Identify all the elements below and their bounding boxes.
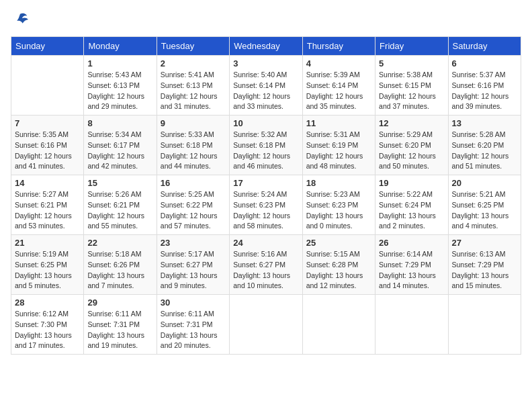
day-number: 8 bbox=[87, 118, 152, 128]
calendar-cell: 20Sunrise: 5:21 AM Sunset: 6:25 PM Dayli… bbox=[448, 175, 521, 235]
calendar-cell: 23Sunrise: 5:17 AM Sunset: 6:27 PM Dayli… bbox=[157, 235, 229, 295]
day-info: Sunrise: 5:39 AM Sunset: 6:14 PM Dayligh… bbox=[306, 70, 371, 112]
day-info: Sunrise: 6:12 AM Sunset: 7:30 PM Dayligh… bbox=[15, 309, 80, 351]
weekday-header-thursday: Thursday bbox=[302, 37, 375, 56]
calendar-cell: 6Sunrise: 5:37 AM Sunset: 6:16 PM Daylig… bbox=[448, 56, 521, 116]
calendar-cell: 7Sunrise: 5:35 AM Sunset: 6:16 PM Daylig… bbox=[11, 116, 84, 175]
day-info: Sunrise: 5:32 AM Sunset: 6:18 PM Dayligh… bbox=[233, 130, 298, 172]
day-info: Sunrise: 6:11 AM Sunset: 7:31 PM Dayligh… bbox=[161, 309, 226, 351]
day-number: 24 bbox=[233, 238, 298, 248]
calendar-cell: 10Sunrise: 5:32 AM Sunset: 6:18 PM Dayli… bbox=[230, 116, 302, 175]
day-number: 22 bbox=[87, 238, 152, 248]
day-info: Sunrise: 5:43 AM Sunset: 6:13 PM Dayligh… bbox=[87, 70, 152, 112]
calendar-cell: 21Sunrise: 5:19 AM Sunset: 6:25 PM Dayli… bbox=[11, 235, 84, 295]
calendar-cell bbox=[375, 295, 448, 355]
calendar-table: SundayMondayTuesdayWednesdayThursdayFrid… bbox=[11, 36, 521, 355]
calendar-cell: 22Sunrise: 5:18 AM Sunset: 6:26 PM Dayli… bbox=[84, 235, 157, 295]
calendar-week-5: 28Sunrise: 6:12 AM Sunset: 7:30 PM Dayli… bbox=[11, 295, 521, 355]
day-number: 4 bbox=[306, 58, 371, 68]
calendar-week-3: 14Sunrise: 5:27 AM Sunset: 6:21 PM Dayli… bbox=[11, 175, 521, 235]
weekday-header-wednesday: Wednesday bbox=[230, 37, 302, 56]
day-info: Sunrise: 5:28 AM Sunset: 6:20 PM Dayligh… bbox=[452, 130, 517, 172]
day-number: 15 bbox=[87, 178, 152, 188]
day-number: 6 bbox=[452, 58, 517, 68]
calendar-cell: 25Sunrise: 5:15 AM Sunset: 6:28 PM Dayli… bbox=[302, 235, 375, 295]
day-info: Sunrise: 5:38 AM Sunset: 6:15 PM Dayligh… bbox=[379, 70, 444, 112]
page-header bbox=[11, 11, 521, 30]
calendar-header-row: SundayMondayTuesdayWednesdayThursdayFrid… bbox=[11, 37, 521, 56]
calendar-cell: 13Sunrise: 5:28 AM Sunset: 6:20 PM Dayli… bbox=[448, 116, 521, 175]
day-info: Sunrise: 5:40 AM Sunset: 6:14 PM Dayligh… bbox=[233, 70, 298, 112]
day-info: Sunrise: 5:41 AM Sunset: 6:13 PM Dayligh… bbox=[161, 70, 226, 112]
day-info: Sunrise: 6:11 AM Sunset: 7:31 PM Dayligh… bbox=[87, 309, 152, 351]
day-info: Sunrise: 6:14 AM Sunset: 7:29 PM Dayligh… bbox=[379, 249, 444, 291]
day-number: 5 bbox=[379, 58, 444, 68]
calendar-body: 1Sunrise: 5:43 AM Sunset: 6:13 PM Daylig… bbox=[11, 56, 521, 355]
day-number: 26 bbox=[379, 238, 444, 248]
day-number: 19 bbox=[379, 178, 444, 188]
day-number: 11 bbox=[306, 118, 371, 128]
calendar-cell: 15Sunrise: 5:26 AM Sunset: 6:21 PM Dayli… bbox=[84, 175, 157, 235]
weekday-header-sunday: Sunday bbox=[11, 37, 84, 56]
day-number: 28 bbox=[15, 298, 80, 308]
calendar-cell: 1Sunrise: 5:43 AM Sunset: 6:13 PM Daylig… bbox=[84, 56, 157, 116]
day-number: 20 bbox=[452, 178, 517, 188]
calendar-cell: 29Sunrise: 6:11 AM Sunset: 7:31 PM Dayli… bbox=[84, 295, 157, 355]
day-number: 21 bbox=[15, 238, 80, 248]
calendar-cell: 14Sunrise: 5:27 AM Sunset: 6:21 PM Dayli… bbox=[11, 175, 84, 235]
day-number: 29 bbox=[87, 298, 152, 308]
day-number: 23 bbox=[161, 238, 226, 248]
calendar-cell: 2Sunrise: 5:41 AM Sunset: 6:13 PM Daylig… bbox=[157, 56, 229, 116]
calendar-cell: 11Sunrise: 5:31 AM Sunset: 6:19 PM Dayli… bbox=[302, 116, 375, 175]
day-info: Sunrise: 5:15 AM Sunset: 6:28 PM Dayligh… bbox=[306, 249, 371, 291]
calendar-week-4: 21Sunrise: 5:19 AM Sunset: 6:25 PM Dayli… bbox=[11, 235, 521, 295]
calendar-cell: 24Sunrise: 5:16 AM Sunset: 6:27 PM Dayli… bbox=[230, 235, 302, 295]
day-info: Sunrise: 5:34 AM Sunset: 6:17 PM Dayligh… bbox=[87, 130, 152, 172]
calendar-cell: 5Sunrise: 5:38 AM Sunset: 6:15 PM Daylig… bbox=[375, 56, 448, 116]
calendar-week-1: 1Sunrise: 5:43 AM Sunset: 6:13 PM Daylig… bbox=[11, 56, 521, 116]
weekday-header-monday: Monday bbox=[84, 37, 157, 56]
day-info: Sunrise: 5:25 AM Sunset: 6:22 PM Dayligh… bbox=[161, 189, 226, 232]
day-number: 13 bbox=[452, 118, 517, 128]
day-info: Sunrise: 5:17 AM Sunset: 6:27 PM Dayligh… bbox=[161, 249, 226, 291]
weekday-header-friday: Friday bbox=[375, 37, 448, 56]
day-info: Sunrise: 5:31 AM Sunset: 6:19 PM Dayligh… bbox=[306, 130, 371, 172]
calendar-cell: 19Sunrise: 5:22 AM Sunset: 6:24 PM Dayli… bbox=[375, 175, 448, 235]
day-info: Sunrise: 5:18 AM Sunset: 6:26 PM Dayligh… bbox=[87, 249, 152, 291]
day-number: 17 bbox=[233, 178, 298, 188]
calendar-cell: 16Sunrise: 5:25 AM Sunset: 6:22 PM Dayli… bbox=[157, 175, 229, 235]
calendar-cell: 26Sunrise: 6:14 AM Sunset: 7:29 PM Dayli… bbox=[375, 235, 448, 295]
weekday-header-tuesday: Tuesday bbox=[157, 37, 229, 56]
calendar-cell: 30Sunrise: 6:11 AM Sunset: 7:31 PM Dayli… bbox=[157, 295, 229, 355]
day-info: Sunrise: 5:33 AM Sunset: 6:18 PM Dayligh… bbox=[161, 130, 226, 172]
day-number: 3 bbox=[233, 58, 298, 68]
calendar-cell: 27Sunrise: 6:13 AM Sunset: 7:29 PM Dayli… bbox=[448, 235, 521, 295]
day-number: 30 bbox=[161, 298, 226, 308]
calendar-cell: 12Sunrise: 5:29 AM Sunset: 6:20 PM Dayli… bbox=[375, 116, 448, 175]
day-number: 12 bbox=[379, 118, 444, 128]
calendar-cell: 4Sunrise: 5:39 AM Sunset: 6:14 PM Daylig… bbox=[302, 56, 375, 116]
day-number: 14 bbox=[15, 178, 80, 188]
day-info: Sunrise: 5:22 AM Sunset: 6:24 PM Dayligh… bbox=[379, 189, 444, 232]
calendar-cell: 18Sunrise: 5:23 AM Sunset: 6:23 PM Dayli… bbox=[302, 175, 375, 235]
logo bbox=[11, 11, 30, 30]
calendar-week-2: 7Sunrise: 5:35 AM Sunset: 6:16 PM Daylig… bbox=[11, 116, 521, 175]
day-info: Sunrise: 5:27 AM Sunset: 6:21 PM Dayligh… bbox=[15, 189, 80, 232]
day-info: Sunrise: 5:35 AM Sunset: 6:16 PM Dayligh… bbox=[15, 130, 80, 172]
day-number: 18 bbox=[306, 178, 371, 188]
day-info: Sunrise: 6:13 AM Sunset: 7:29 PM Dayligh… bbox=[452, 249, 517, 291]
calendar-cell bbox=[11, 56, 84, 116]
calendar-cell: 3Sunrise: 5:40 AM Sunset: 6:14 PM Daylig… bbox=[230, 56, 302, 116]
day-info: Sunrise: 5:23 AM Sunset: 6:23 PM Dayligh… bbox=[306, 189, 371, 232]
day-number: 16 bbox=[161, 178, 226, 188]
day-info: Sunrise: 5:26 AM Sunset: 6:21 PM Dayligh… bbox=[87, 189, 152, 232]
calendar-cell: 28Sunrise: 6:12 AM Sunset: 7:30 PM Dayli… bbox=[11, 295, 84, 355]
weekday-header-saturday: Saturday bbox=[448, 37, 521, 56]
day-number: 2 bbox=[161, 58, 226, 68]
day-number: 25 bbox=[306, 238, 371, 248]
day-info: Sunrise: 5:37 AM Sunset: 6:16 PM Dayligh… bbox=[452, 70, 517, 112]
day-info: Sunrise: 5:24 AM Sunset: 6:23 PM Dayligh… bbox=[233, 189, 298, 232]
day-info: Sunrise: 5:21 AM Sunset: 6:25 PM Dayligh… bbox=[452, 189, 517, 232]
day-number: 7 bbox=[15, 118, 80, 128]
calendar-cell bbox=[230, 295, 302, 355]
